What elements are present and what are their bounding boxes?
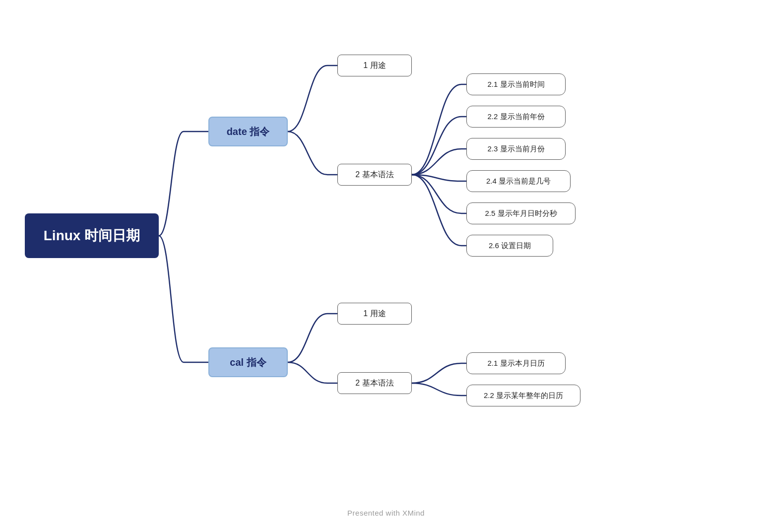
date-usage-node: 1 用途 bbox=[337, 55, 412, 76]
cal-label: cal 指令 bbox=[230, 356, 266, 369]
d21-node: 2.1 显示当前时间 bbox=[466, 73, 566, 95]
d23-node: 2.3 显示当前月份 bbox=[466, 138, 566, 160]
root-node: Linux 时间日期 bbox=[25, 213, 159, 258]
footer: Presented with XMind bbox=[0, 509, 772, 517]
date-label: date 指令 bbox=[227, 125, 270, 138]
date-syntax-node: 2 基本语法 bbox=[337, 164, 412, 186]
d26-node: 2.6 设置日期 bbox=[466, 235, 553, 257]
cal-node: cal 指令 bbox=[208, 347, 288, 377]
c21-node: 2.1 显示本月日历 bbox=[466, 352, 566, 374]
d24-node: 2.4 显示当前是几号 bbox=[466, 170, 571, 192]
mindmap: Linux 时间日期 date 指令 1 用途 2 基本语法 2.1 显示当前时… bbox=[0, 0, 772, 532]
c22-node: 2.2 显示某年整年的日历 bbox=[466, 385, 580, 406]
root-label: Linux 时间日期 bbox=[44, 226, 140, 245]
d22-node: 2.2 显示当前年份 bbox=[466, 106, 566, 128]
date-node: date 指令 bbox=[208, 117, 288, 146]
cal-syntax-node: 2 基本语法 bbox=[337, 372, 412, 394]
cal-usage-node: 1 用途 bbox=[337, 303, 412, 325]
d25-node: 2.5 显示年月日时分秒 bbox=[466, 202, 576, 224]
